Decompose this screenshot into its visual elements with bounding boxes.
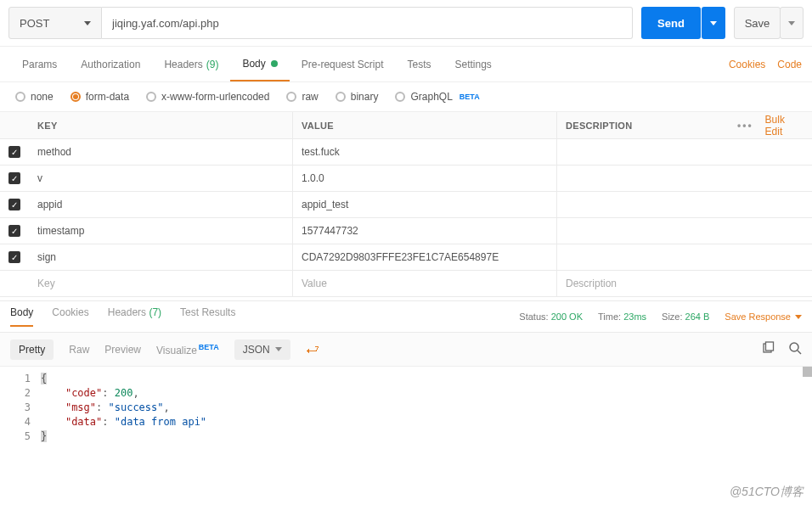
radio-formdata[interactable]: form-data (70, 91, 129, 103)
save-response-button[interactable]: Save Response (725, 311, 802, 322)
svg-rect-1 (766, 342, 774, 351)
tab-body-label: Body (242, 58, 265, 70)
caret-down-icon (788, 21, 795, 25)
radio-none[interactable]: none (15, 91, 54, 103)
beta-badge: BETA (460, 93, 480, 101)
kv-key[interactable]: sign (29, 244, 293, 270)
code-link[interactable]: Code (777, 59, 802, 70)
kv-table-header: KEY VALUE DESCRIPTION ••• Bulk Edit (0, 112, 812, 139)
checkbox-icon[interactable]: ✓ (8, 225, 20, 237)
kv-description[interactable] (557, 192, 812, 217)
table-row[interactable]: ✓ sign CDA7292D9803FFFE23FE1C7AE654897E (0, 244, 812, 271)
kv-value[interactable]: CDA7292D9803FFFE23FE1C7AE654897E (293, 244, 557, 270)
viewer-visualize[interactable]: VisualizeBETA (156, 343, 219, 356)
tab-params[interactable]: Params (10, 47, 69, 81)
http-method-select[interactable]: POST (8, 7, 102, 39)
kv-value[interactable]: 1.0.0 (293, 166, 557, 191)
size-label: Size: 264 B (662, 311, 709, 322)
tab-prerequest[interactable]: Pre-request Script (290, 47, 396, 81)
kv-value[interactable]: appid_test (293, 192, 557, 217)
col-value: VALUE (293, 112, 557, 138)
checkbox-icon[interactable]: ✓ (8, 172, 20, 184)
col-key: KEY (29, 112, 293, 138)
kv-value[interactable]: test.fuck (293, 139, 557, 165)
viewer-preview[interactable]: Preview (104, 344, 141, 356)
checkbox-icon[interactable]: ✓ (8, 199, 20, 210)
caret-down-icon (795, 315, 802, 319)
body-type-selector: none form-data x-www-form-urlencoded raw… (0, 82, 812, 112)
tab-headers[interactable]: Headers(9) (152, 47, 230, 81)
kv-description[interactable] (557, 139, 812, 165)
col-description: DESCRIPTION (557, 112, 727, 138)
request-tabs: Params Authorization Headers(9) Body Pre… (0, 47, 812, 82)
radio-icon (336, 92, 346, 102)
kv-key[interactable]: v (29, 166, 293, 191)
send-button[interactable]: Send (641, 7, 701, 39)
status-label: Status: 200 OK (519, 311, 583, 322)
response-tab-cookies[interactable]: Cookies (52, 306, 88, 327)
response-headers-count: (7) (149, 306, 161, 318)
more-icon[interactable]: ••• (737, 120, 753, 132)
radio-icon (286, 92, 296, 102)
cookies-link[interactable]: Cookies (729, 59, 765, 70)
url-input[interactable] (102, 7, 633, 39)
response-body-viewer: 12345 { "code": 200, "msg": "success", "… (0, 367, 812, 449)
vertical-scrollbar[interactable] (803, 367, 812, 377)
table-row[interactable]: ✓ timestamp 1577447732 (0, 218, 812, 244)
radio-binary[interactable]: binary (336, 91, 379, 103)
response-bar: Body Cookies Headers (7) Test Results St… (0, 300, 812, 333)
tab-body[interactable]: Body (230, 47, 289, 81)
save-dropdown-button[interactable] (780, 7, 804, 39)
radio-icon (15, 92, 25, 102)
kv-description-placeholder[interactable]: Description (557, 271, 812, 296)
checkbox-icon[interactable]: ✓ (8, 251, 20, 263)
viewer-raw[interactable]: Raw (69, 344, 89, 356)
table-row[interactable]: ✓ appid appid_test (0, 192, 812, 218)
http-method-value: POST (20, 17, 49, 30)
send-dropdown-button[interactable] (702, 7, 725, 39)
kv-key-placeholder[interactable]: Key (29, 271, 293, 296)
wrap-lines-icon[interactable]: ⮐ (306, 342, 319, 357)
checkbox-icon[interactable]: ✓ (8, 146, 20, 158)
save-button[interactable]: Save (734, 7, 781, 39)
time-label: Time: 23ms (598, 311, 646, 322)
kv-description[interactable] (557, 218, 812, 244)
radio-graphql[interactable]: GraphQLBETA (395, 91, 479, 103)
copy-icon[interactable] (761, 341, 775, 357)
body-dot-indicator (271, 60, 278, 67)
tab-headers-label: Headers (164, 59, 202, 70)
kv-value[interactable]: 1577447732 (293, 218, 557, 244)
tab-tests[interactable]: Tests (395, 47, 443, 81)
request-bar: POST Send Save (0, 0, 812, 47)
response-tab-body[interactable]: Body (10, 306, 33, 327)
radio-icon (395, 92, 405, 102)
caret-down-icon (710, 21, 717, 25)
table-row-new[interactable]: Key Value Description (0, 271, 812, 297)
watermark: @51CTO博客 (730, 485, 804, 500)
table-row[interactable]: ✓ v 1.0.0 (0, 166, 812, 192)
format-select[interactable]: JSON (234, 339, 290, 360)
response-viewer-bar: Pretty Raw Preview VisualizeBETA JSON ⮐ (0, 333, 812, 367)
bulk-edit-link[interactable]: Bulk Edit (765, 114, 802, 137)
kv-table-body: ✓ method test.fuck ✓ v 1.0.0 ✓ appid app… (0, 139, 812, 297)
search-icon[interactable] (788, 341, 802, 357)
response-tab-headers[interactable]: Headers (7) (108, 306, 161, 327)
viewer-pretty[interactable]: Pretty (10, 339, 54, 360)
kv-description[interactable] (557, 166, 812, 191)
response-tab-tests[interactable]: Test Results (180, 306, 235, 327)
kv-key[interactable]: timestamp (29, 218, 293, 244)
svg-point-2 (790, 343, 798, 351)
kv-key[interactable]: appid (29, 192, 293, 217)
table-row[interactable]: ✓ method test.fuck (0, 139, 812, 166)
radio-icon (70, 92, 81, 102)
radio-urlencoded[interactable]: x-www-form-urlencoded (146, 91, 269, 103)
tab-authorization[interactable]: Authorization (69, 47, 152, 81)
response-json[interactable]: { "code": 200, "msg": "success", "data":… (41, 372, 812, 444)
radio-raw[interactable]: raw (286, 91, 318, 103)
kv-value-placeholder[interactable]: Value (293, 271, 557, 296)
caret-down-icon (275, 347, 282, 351)
time-value: 23ms (623, 311, 646, 322)
tab-settings[interactable]: Settings (443, 47, 504, 81)
kv-key[interactable]: method (29, 139, 293, 165)
kv-description[interactable] (557, 244, 812, 270)
